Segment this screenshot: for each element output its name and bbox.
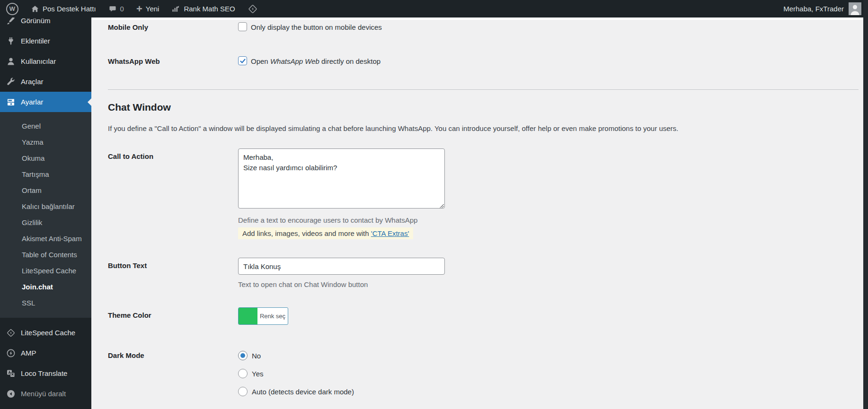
submenu-item-permalinks[interactable]: Kalıcı bağlantılar	[0, 199, 91, 215]
sidebar-item-label: Menüyü daralt	[21, 390, 66, 398]
button-text-input[interactable]	[238, 258, 445, 275]
sidebar-item-label: Kullanıcılar	[21, 57, 56, 65]
rank-math-icon	[171, 4, 180, 13]
sidebar-item-appearance[interactable]: Görünüm	[0, 17, 91, 31]
account-greeting[interactable]: Merhaba, FxTrader	[783, 5, 844, 13]
section-divider	[108, 89, 859, 90]
rank-math-label: Rank Math SEO	[184, 5, 235, 13]
dark-mode-option-auto[interactable]: Auto (detects device dark mode)	[238, 387, 354, 396]
admin-bar: Pos Destek Hattı 0 Yeni Rank Math SEO Me…	[0, 0, 868, 17]
sidebar-item-users[interactable]: Kullanıcılar	[0, 51, 91, 71]
submenu-item-litespeed[interactable]: LiteSpeed Cache	[0, 263, 91, 279]
rank-math-menu[interactable]: Rank Math SEO	[165, 0, 241, 17]
sidebar-item-label: Eklentiler	[21, 37, 50, 45]
radio-selected[interactable]	[238, 351, 248, 360]
settings-form: Mobile Only Only display the button on m…	[91, 17, 868, 409]
submenu-item-joinchat[interactable]: Join.chat	[0, 279, 91, 295]
mobile-only-checkbox-label: Only display the button on mobile device…	[251, 23, 382, 32]
submenu-item-discussion[interactable]: Tartışma	[0, 166, 91, 183]
admin-sidebar: Görünüm Eklentiler Kullanıcılar Araçlar …	[0, 17, 91, 409]
dark-mode-row: Dark Mode No Yes Auto (detects device da…	[108, 351, 859, 405]
mobile-only-checkbox[interactable]	[238, 22, 247, 31]
radio[interactable]	[238, 387, 248, 396]
cta-extras-note: Add links, images, videos and more with …	[238, 227, 413, 239]
theme-color-row: Theme Color Renk seç	[108, 307, 859, 325]
collapse-menu-button[interactable]: Menüyü daralt	[0, 383, 91, 404]
call-to-action-label: Call to Action	[108, 148, 238, 239]
mobile-only-label: Mobile Only	[108, 23, 238, 32]
sidebar-item-settings[interactable]: Ayarlar	[0, 92, 91, 112]
sidebar-item-label: Görünüm	[21, 17, 51, 25]
brush-icon	[6, 17, 16, 26]
submenu-item-toc[interactable]: Table of Contents	[0, 247, 91, 263]
site-link[interactable]: Pos Destek Hattı	[25, 0, 102, 17]
cta-extras-link[interactable]: 'CTA Extras'	[371, 229, 409, 237]
submenu-item-general[interactable]: Genel	[0, 118, 91, 134]
call-to-action-textarea[interactable]: Merhaba, Size nasıl yardımcı olabilirim?	[238, 148, 445, 209]
call-to-action-row: Call to Action Merhaba, Size nasıl yardı…	[108, 148, 859, 239]
litespeed-bar-menu[interactable]	[241, 0, 264, 17]
new-label: Yeni	[146, 5, 159, 13]
submenu-item-akismet[interactable]: Akismet Anti-Spam	[0, 231, 91, 247]
dark-mode-label: Dark Mode	[108, 351, 238, 405]
submenu-item-reading[interactable]: Okuma	[0, 150, 91, 166]
theme-color-label: Theme Color	[108, 307, 238, 325]
button-text-label: Button Text	[108, 258, 238, 288]
dark-mode-option-no[interactable]: No	[238, 351, 354, 360]
radio[interactable]	[238, 369, 248, 378]
submenu-item-ssl[interactable]: SSL	[0, 295, 91, 311]
mobile-only-checkbox-row[interactable]: Only display the button on mobile device…	[238, 23, 382, 32]
dark-mode-option-yes[interactable]: Yes	[238, 369, 354, 378]
sidebar-item-tools[interactable]: Araçlar	[0, 71, 91, 92]
section-title: Chat Window	[108, 102, 859, 113]
whatsapp-web-checkbox-row[interactable]: Open WhatsApp Web directly on desktop	[238, 57, 381, 66]
translate-icon	[6, 369, 16, 378]
section-description: If you define a "Call to Action" a windo…	[108, 124, 859, 132]
user-icon	[6, 57, 16, 66]
radio-label: No	[252, 352, 261, 360]
page-scrollbar[interactable]	[863, 0, 868, 409]
mobile-only-row: Mobile Only Only display the button on m…	[108, 23, 859, 32]
comments-count: 0	[120, 5, 124, 13]
sidebar-item-label: AMP	[21, 349, 36, 357]
color-swatch	[239, 308, 257, 324]
sidebar-item-litespeed-cache[interactable]: LiteSpeed Cache	[0, 322, 91, 343]
submenu-item-writing[interactable]: Yazma	[0, 134, 91, 150]
home-icon	[31, 5, 39, 13]
whatsapp-web-label: WhatsApp Web	[108, 57, 238, 66]
amp-bolt-icon	[6, 348, 16, 358]
new-content-menu[interactable]: Yeni	[130, 0, 166, 17]
plus-icon	[136, 5, 142, 13]
whatsapp-web-checkbox[interactable]	[238, 56, 247, 65]
sidebar-item-label: Ayarlar	[21, 98, 43, 106]
sidebar-item-loco-translate[interactable]: Loco Translate	[0, 363, 91, 383]
button-text-row: Button Text Text to open chat on Chat Wi…	[108, 258, 859, 288]
whatsapp-web-row: WhatsApp Web Open WhatsApp Web directly …	[108, 57, 859, 66]
submenu-item-media[interactable]: Ortam	[0, 183, 91, 199]
radio-label: Yes	[252, 370, 263, 378]
site-name: Pos Destek Hattı	[43, 5, 96, 13]
color-picker-button[interactable]: Renk seç	[238, 307, 288, 325]
wordpress-menu[interactable]	[0, 0, 25, 17]
call-to-action-helper: Define a text to encourage users to cont…	[238, 216, 445, 224]
color-picker-button-label: Renk seç	[257, 308, 288, 324]
settings-sliders-icon	[6, 97, 16, 107]
comments-link[interactable]: 0	[102, 0, 130, 17]
submenu-item-privacy[interactable]: Gizlilik	[0, 215, 91, 231]
sidebar-item-label: Araçlar	[21, 78, 44, 86]
radio-label: Auto (detects device dark mode)	[252, 388, 354, 396]
check-icon	[239, 58, 246, 64]
settings-submenu: Genel Yazma Okuma Tartışma Ortam Kalıcı …	[0, 112, 91, 318]
wordpress-logo-icon	[6, 3, 18, 15]
avatar[interactable]	[849, 2, 861, 15]
content-top-strip	[91, 17, 868, 20]
sidebar-item-plugins[interactable]: Eklentiler	[0, 31, 91, 51]
comment-bubble-icon	[108, 5, 117, 13]
wrench-icon	[6, 77, 16, 87]
sidebar-item-amp[interactable]: AMP	[0, 343, 91, 363]
litespeed-diamond-icon	[6, 328, 16, 338]
collapse-arrow-icon	[6, 389, 16, 399]
whatsapp-web-checkbox-label: Open WhatsApp Web directly on desktop	[251, 57, 381, 66]
sidebar-item-label: LiteSpeed Cache	[21, 329, 75, 337]
sidebar-item-label: Loco Translate	[21, 369, 67, 377]
